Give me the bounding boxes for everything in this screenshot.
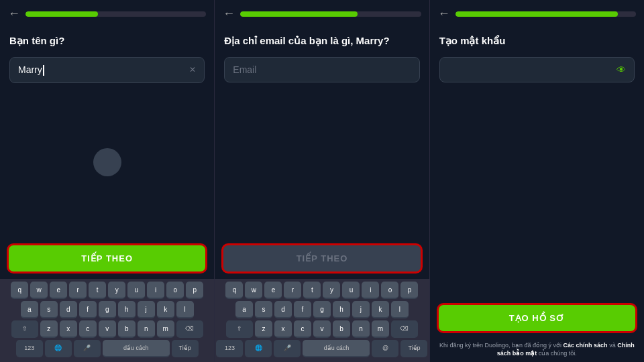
panel1-next-button[interactable]: TIẾP THEO (7, 243, 207, 274)
key2-f[interactable]: f (294, 301, 311, 318)
key2-j[interactable]: j (352, 301, 370, 318)
panel1-input[interactable]: Marry ✕ (9, 57, 205, 83)
key-c[interactable]: c (79, 320, 97, 338)
key-t[interactable]: t (89, 282, 106, 299)
key-o[interactable]: o (166, 282, 184, 299)
key-k[interactable]: k (157, 301, 174, 318)
key2-at[interactable]: @ (372, 340, 398, 357)
key2-space[interactable]: dấu cách (303, 340, 370, 357)
key2-shift[interactable]: ⇧ (226, 320, 253, 338)
key2-e[interactable]: e (264, 282, 282, 299)
key2-d[interactable]: d (274, 301, 292, 318)
key2-g[interactable]: g (313, 301, 331, 318)
key-s[interactable]: s (40, 301, 58, 318)
key-b[interactable]: b (118, 320, 136, 338)
key2-s[interactable]: s (255, 301, 272, 318)
key-q[interactable]: q (11, 282, 28, 299)
key2-b[interactable]: b (333, 320, 350, 338)
key2-x[interactable]: x (274, 320, 292, 338)
key2-p[interactable]: p (400, 282, 418, 299)
progress-bar-bg-3 (455, 11, 636, 17)
key-delete[interactable]: ⌫ (176, 320, 203, 338)
key-d[interactable]: d (60, 301, 77, 318)
key2-mic[interactable]: 🎤 (274, 340, 301, 357)
key2-c[interactable]: c (294, 320, 311, 338)
back-arrow-icon-3[interactable]: ← (438, 7, 450, 21)
key-e[interactable]: e (50, 282, 67, 299)
panel2-button-area: TIẾP THEO (215, 239, 429, 279)
key2-q[interactable]: q (225, 282, 243, 299)
panel2-content: Địa chỉ email của bạn là gì, Marry? Emai… (215, 25, 429, 239)
key2-u[interactable]: u (342, 282, 360, 299)
key-space[interactable]: dấu cách (103, 340, 170, 357)
key-globe[interactable]: 🌐 (45, 340, 72, 357)
mic-circle[interactable] (93, 148, 121, 176)
key-h[interactable]: h (118, 301, 136, 318)
key2-z[interactable]: z (255, 320, 272, 338)
key2-a[interactable]: a (235, 301, 253, 318)
panel1-clear-icon[interactable]: ✕ (189, 65, 196, 74)
key-enter[interactable]: Tiếp (172, 340, 199, 357)
key-row-1-2: a s d f g h j k l (1, 301, 213, 318)
panel2-input[interactable]: Email (224, 57, 419, 82)
eye-icon[interactable]: 👁 (616, 64, 626, 75)
key2-k[interactable]: k (372, 301, 389, 318)
key2-m[interactable]: m (372, 320, 389, 338)
key-f[interactable]: f (79, 301, 97, 318)
key-row-2-2: a s d f g h j k l (216, 301, 427, 318)
legal-end: của chúng tôi. (537, 350, 577, 357)
key2-t[interactable]: t (303, 282, 321, 299)
panel3-content: Tạo mật khẩu 👁 (430, 25, 644, 299)
key2-globe[interactable]: 🌐 (245, 340, 272, 357)
top-bar-1: ← (0, 0, 214, 25)
key-x[interactable]: x (60, 320, 77, 338)
key2-enter[interactable]: Tiếp (400, 340, 427, 357)
key-l[interactable]: l (176, 301, 194, 318)
key-p[interactable]: p (186, 282, 203, 299)
key-z[interactable]: z (40, 320, 58, 338)
key-123[interactable]: 123 (16, 340, 43, 357)
key-mic[interactable]: 🎤 (74, 340, 101, 357)
key-y[interactable]: y (108, 282, 125, 299)
key-row-2-4: 123 🌐 🎤 dấu cách @ Tiếp (216, 340, 427, 357)
panel3-button-area: TẠO HỒ SƠ (430, 299, 644, 339)
key-v[interactable]: v (99, 320, 116, 338)
key2-v[interactable]: v (313, 320, 331, 338)
key-r[interactable]: r (69, 282, 87, 299)
legal-link1[interactable]: Các chính sách (564, 342, 608, 349)
panel2-title: Địa chỉ email của bạn là gì, Marry? (224, 34, 419, 48)
key-j[interactable]: j (138, 301, 155, 318)
key2-i[interactable]: i (362, 282, 379, 299)
key-shift[interactable]: ⇧ (11, 320, 38, 338)
key2-r[interactable]: r (284, 282, 301, 299)
key-m[interactable]: m (157, 320, 174, 338)
key2-123[interactable]: 123 (216, 340, 243, 357)
top-bar-2: ← (215, 0, 429, 25)
key-i[interactable]: i (147, 282, 164, 299)
panel3-input[interactable]: 👁 (439, 57, 635, 82)
key-g[interactable]: g (99, 301, 116, 318)
key2-delete[interactable]: ⌫ (391, 320, 418, 338)
key-row-1-3: ⇧ z x c v b n m ⌫ (1, 320, 213, 338)
progress-bar-fill-1 (25, 11, 98, 17)
key-a[interactable]: a (21, 301, 38, 318)
key-u[interactable]: u (127, 282, 145, 299)
panel3-create-button[interactable]: TẠO HỒ SƠ (437, 303, 637, 333)
key2-l[interactable]: l (391, 301, 409, 318)
keyboard-2: q w e r t y u i o p a s d f g h j k l (215, 279, 429, 362)
key2-o[interactable]: o (381, 282, 398, 299)
key2-y[interactable]: y (323, 282, 340, 299)
key2-n[interactable]: n (352, 320, 370, 338)
panel-password: ← Tạo mật khẩu 👁 TẠO HỒ SƠ Khi đăng ký t… (430, 0, 644, 362)
key-n[interactable]: n (138, 320, 155, 338)
back-arrow-icon-2[interactable]: ← (223, 7, 235, 21)
key2-h[interactable]: h (333, 301, 350, 318)
key-row-1-4: 123 🌐 🎤 dấu cách Tiếp (1, 340, 213, 357)
back-arrow-icon-1[interactable]: ← (8, 7, 20, 21)
key-row-2-3: ⇧ z x c v b n m ⌫ (216, 320, 427, 338)
key-row-1-1: q w e r t y u i o p (1, 282, 213, 299)
panel2-next-button[interactable]: TIẾP THEO (221, 243, 422, 274)
key-w[interactable]: w (30, 282, 48, 299)
key2-w[interactable]: w (245, 282, 262, 299)
legal-prefix: Khi đăng ký trên Duolingo, bạn đã đồng ý… (439, 342, 564, 349)
